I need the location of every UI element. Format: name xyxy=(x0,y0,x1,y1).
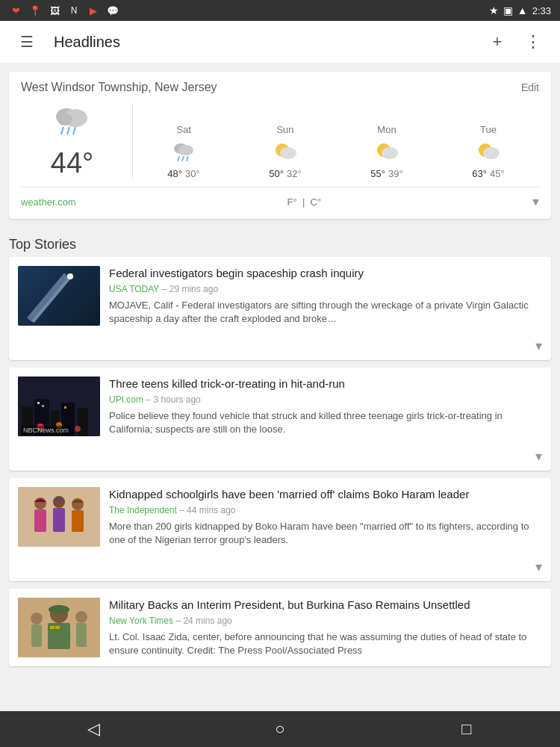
news-meta-3: The Independent – 44 mins ago xyxy=(109,505,542,515)
news-expand-3[interactable]: ▾ xyxy=(535,559,542,575)
weather-footer: weather.com F° | C° ▾ xyxy=(21,187,539,210)
weather-source[interactable]: weather.com xyxy=(21,196,76,208)
back-icon: ◁ xyxy=(87,719,100,739)
weather-units: F° | C° xyxy=(287,196,322,208)
news-content-3: Kidnapped schoolgirls have been 'married… xyxy=(109,487,542,547)
image-icon: 🖼 xyxy=(48,4,61,17)
app-title: Headlines xyxy=(54,34,482,51)
svg-rect-46 xyxy=(31,624,42,647)
forecast-sun-icon xyxy=(272,138,299,165)
svg-rect-34 xyxy=(34,509,46,532)
youtube-icon: ▶ xyxy=(87,4,100,17)
news-meta-4: New York Times – 24 mins ago xyxy=(109,616,542,626)
forecast-tue-label: Tue xyxy=(480,124,497,135)
pocket-icon: ❤ xyxy=(9,4,22,17)
back-button[interactable]: ◁ xyxy=(75,714,112,744)
forecast-sat-label: Sat xyxy=(176,124,191,135)
news-desc-3: More than 200 girls kidnapped by Boko Ha… xyxy=(109,520,542,547)
current-weather-icon xyxy=(50,103,95,144)
svg-rect-43 xyxy=(50,626,55,629)
svg-rect-26 xyxy=(37,402,40,404)
weather-current: 44° xyxy=(21,103,133,179)
forecast-sat: Sat 48°30° xyxy=(167,124,199,179)
news-title-4: Military Backs an Interim President, but… xyxy=(109,598,542,613)
svg-point-47 xyxy=(75,611,87,623)
home-icon: ○ xyxy=(275,719,284,739)
svg-point-12 xyxy=(280,147,296,159)
main-content[interactable]: West Windsor Township, New Jersey Edit xyxy=(0,63,560,711)
news-image-2: NBCNews.com xyxy=(18,376,100,436)
status-bar-right: ★ ▣ ▲ 2:33 xyxy=(489,4,551,16)
news-expand-2[interactable]: ▾ xyxy=(535,448,542,465)
svg-rect-28 xyxy=(64,406,66,409)
news-card-story-2[interactable]: NBCNews.com Three teens killed trick-or-… xyxy=(9,368,551,471)
svg-line-17 xyxy=(33,277,70,322)
svg-rect-36 xyxy=(53,508,65,532)
nyt-icon: N xyxy=(67,4,81,17)
news-meta-2: UPI.com – 3 hours ago xyxy=(109,394,542,405)
news-card-story-4[interactable]: Military Backs an Interim President, but… xyxy=(9,589,551,666)
svg-point-45 xyxy=(31,613,43,624)
svg-rect-48 xyxy=(76,623,87,647)
home-button[interactable]: ○ xyxy=(261,714,299,744)
svg-point-41 xyxy=(49,605,69,614)
forecast-mon-temps: 55°39° xyxy=(370,168,402,179)
svg-point-14 xyxy=(382,147,398,159)
weather-location: West Windsor Township, New Jersey xyxy=(21,81,217,94)
add-button[interactable]: + xyxy=(482,27,512,57)
news-footer-2: ▾ xyxy=(9,445,551,471)
more-button[interactable]: ⋮ xyxy=(518,27,548,57)
forecast-mon-icon xyxy=(373,138,400,165)
news-source-4: New York Times xyxy=(109,616,173,626)
svg-line-5 xyxy=(73,127,75,134)
news-source-1: USA TODAY xyxy=(109,284,159,294)
status-bar: ❤ 📍 🖼 N ▶ 💬 ★ ▣ ▲ 2:33 xyxy=(0,0,560,21)
news-time-4: – 24 mins ago xyxy=(175,616,231,626)
forecast-tue-icon xyxy=(475,138,502,165)
svg-point-7 xyxy=(178,145,193,155)
news-title-3: Kidnapped schoolgirls have been 'married… xyxy=(109,487,542,502)
news-card-story-1[interactable]: Federal investigators begin spaceship cr… xyxy=(9,257,551,360)
svg-line-8 xyxy=(178,156,179,161)
news-image-credit-2: NBCNews.com xyxy=(21,426,71,435)
news-time-3: – 44 mins ago xyxy=(179,505,235,515)
svg-rect-27 xyxy=(42,405,44,407)
news-content-4: Military Backs an Interim President, but… xyxy=(109,598,542,657)
svg-line-4 xyxy=(67,127,69,134)
menu-button[interactable]: ☰ xyxy=(12,27,42,57)
add-icon: + xyxy=(493,32,503,52)
news-title-2: Three teens killed trick-or-treating in … xyxy=(109,376,542,391)
weather-card: West Windsor Township, New Jersey Edit xyxy=(9,72,551,219)
wifi-icon: ▲ xyxy=(517,4,528,16)
recent-apps-icon: □ xyxy=(461,719,471,739)
news-source-2: UPI.com xyxy=(109,394,143,405)
weather-expand-button[interactable]: ▾ xyxy=(532,193,539,210)
star-icon: ★ xyxy=(489,4,499,16)
status-time: 2:33 xyxy=(532,5,551,16)
svg-rect-25 xyxy=(78,408,88,436)
svg-point-16 xyxy=(483,147,500,159)
news-desc-4: Lt. Col. Isaac Zida, center, before anno… xyxy=(109,630,542,657)
news-time-1: – 29 mins ago xyxy=(162,284,218,294)
news-expand-1[interactable]: ▾ xyxy=(535,338,542,354)
svg-rect-38 xyxy=(72,510,84,532)
hamburger-icon: ☰ xyxy=(20,33,34,51)
weather-edit-button[interactable]: Edit xyxy=(521,81,539,93)
sim-icon: ▣ xyxy=(503,4,513,16)
forecast-tue: Tue 63°45° xyxy=(472,124,504,179)
news-content-2: Three teens killed trick-or-treating in … xyxy=(109,376,542,436)
weather-grid: 44° Sat 48°3 xyxy=(21,103,539,179)
forecast-mon: Mon 55°39° xyxy=(370,124,402,179)
forecast-mon-label: Mon xyxy=(377,124,396,135)
news-card-story-3[interactable]: Kidnapped schoolgirls have been 'married… xyxy=(9,478,551,581)
forecast-tue-temps: 63°45° xyxy=(472,168,504,179)
app-bar-actions: + ⋮ xyxy=(482,27,548,57)
forecast-sun-temps: 50°32° xyxy=(269,168,301,179)
recent-apps-button[interactable]: □ xyxy=(448,714,485,744)
weather-forecast: Sat 48°30° xyxy=(133,124,539,179)
news-title-1: Federal investigators begin spaceship cr… xyxy=(109,266,542,281)
news-item-4: Military Backs an Interim President, but… xyxy=(9,589,551,666)
svg-point-19 xyxy=(67,273,73,279)
news-content-1: Federal investigators begin spaceship cr… xyxy=(109,266,542,326)
news-source-3: The Independent xyxy=(109,505,177,515)
